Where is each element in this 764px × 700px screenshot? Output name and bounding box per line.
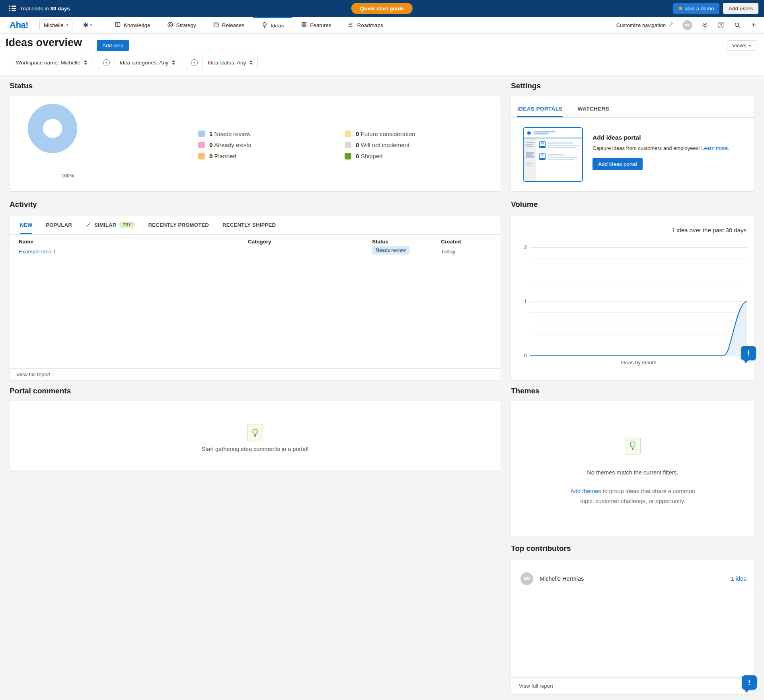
gear-icon[interactable]	[701, 21, 709, 29]
top-contributors-section-title: Top contributors	[511, 544, 571, 553]
remove-status-filter-button[interactable]: ✕	[186, 56, 203, 69]
trial-top-bar: Trial ends in 30 days Quick start guide …	[0, 0, 764, 17]
tab-ideas-portals[interactable]: IDEAS PORTALS	[517, 106, 563, 117]
volume-section-title: Volume	[511, 200, 538, 209]
sort-arrows-icon	[249, 60, 253, 65]
tab-popular[interactable]: POPULAR	[46, 216, 72, 234]
page-title: Ideas overview	[6, 37, 82, 49]
trial-stack-icon	[9, 6, 16, 11]
aha-logo[interactable]: Aha!	[10, 20, 28, 30]
volume-summary: 1 idea over the past 30 days	[672, 227, 746, 233]
target-icon	[167, 21, 173, 29]
tab-new[interactable]: NEW	[20, 216, 32, 234]
y-tick-0: 0	[518, 353, 527, 358]
vote-count-badge: 6	[539, 153, 546, 160]
themes-section-title: Themes	[511, 387, 540, 395]
nav-item-knowledge[interactable]: Knowledge	[106, 17, 159, 33]
view-full-report-link[interactable]: View full report	[16, 371, 51, 377]
legend-needs-review: 1 Needs review	[198, 130, 250, 138]
add-users-button[interactable]: Add users	[723, 3, 758, 14]
add-ideas-portal-button[interactable]: Add ideas portal	[592, 158, 643, 170]
tab-watchers[interactable]: WATCHERS	[578, 106, 609, 117]
settings-card: IDEAS PORTALS WATCHERS ✱ 10 6	[511, 96, 754, 191]
contributor-idea-count-link[interactable]: 1 idea	[731, 576, 746, 582]
table-row-idea-name[interactable]: Example Idea 1	[19, 249, 56, 255]
demo-status-dot	[679, 7, 682, 10]
magic-wand-icon	[668, 21, 674, 29]
contributor-row: MH Michelle Hermias 1 idea	[511, 571, 754, 586]
ideas-portal-illustration: ✱ 10 6	[523, 127, 583, 182]
views-button[interactable]: Views▾	[727, 40, 756, 51]
nav-item-releases[interactable]: Releases	[205, 17, 253, 33]
status-badge: Needs review	[372, 246, 409, 255]
idea-status-filter[interactable]: Idea status: Any	[203, 56, 258, 69]
user-avatar[interactable]: MH	[682, 20, 692, 30]
themes-add-hint: Add themes to group ideas that share a c…	[511, 486, 754, 506]
lightbulb-icon	[625, 437, 641, 455]
customize-navigation-button[interactable]: Customize navigation	[616, 21, 674, 29]
calendar-icon	[213, 21, 219, 29]
nav-item-roadmaps[interactable]: Roadmaps	[339, 17, 391, 33]
filter-bar: Workspace name: Michelle ✕ Idea categori…	[11, 56, 258, 69]
magic-wand-icon	[86, 222, 92, 229]
legend-swatch	[198, 130, 205, 137]
add-themes-link[interactable]: Add themes	[570, 488, 601, 494]
table-row-created: Today	[441, 249, 455, 255]
chevron-down-icon: ▾	[66, 23, 68, 27]
workspace-name-filter[interactable]: Workspace name: Michelle	[11, 56, 92, 69]
top-contributors-card: MH Michelle Hermias 1 idea View full rep…	[511, 560, 754, 694]
volume-line-chart[interactable]	[530, 247, 747, 356]
activity-section-title: Activity	[10, 200, 37, 209]
settings-section-title: Settings	[511, 82, 541, 90]
nav-item-features[interactable]: Features	[292, 17, 339, 33]
quick-start-guide-button[interactable]: Quick start guide	[351, 3, 413, 14]
learn-more-link[interactable]: Learn more.	[701, 145, 729, 151]
contributor-name: Michelle Hermias	[540, 576, 584, 582]
legend-swatch	[198, 153, 205, 159]
y-tick-2: 2	[518, 245, 527, 250]
join-demo-button[interactable]: Join a demo	[673, 3, 720, 14]
close-icon: ✕	[103, 59, 110, 66]
add-idea-button[interactable]: Add idea	[97, 40, 129, 51]
search-icon[interactable]	[733, 21, 741, 29]
x-axis-label: Ideas by month	[530, 360, 747, 366]
column-header-status: Status	[372, 239, 388, 245]
donut-percent-label: 100%	[56, 173, 80, 179]
add-ideas-portal-heading: Add ideas portal	[592, 134, 641, 141]
idea-categories-filter[interactable]: Idea categories: Any	[115, 56, 180, 69]
lightbulb-icon	[261, 22, 268, 29]
add-icon[interactable]: +	[750, 21, 758, 29]
bars-icon	[348, 21, 354, 29]
status-donut-chart[interactable]	[28, 104, 77, 153]
vote-count-badge: 10	[539, 141, 546, 148]
alert-badge[interactable]: !	[741, 346, 756, 360]
book-icon	[115, 21, 121, 29]
alert-badge[interactable]: !	[742, 675, 757, 690]
grid-icon	[301, 21, 307, 29]
themes-card: No themes match the current filters. Add…	[511, 401, 754, 537]
view-full-report-link[interactable]: View full report	[519, 683, 553, 689]
legend-already-exists: 0 Already exists	[198, 141, 251, 149]
tab-recently-promoted[interactable]: RECENTLY PROMOTED	[148, 216, 209, 234]
workspace-selector[interactable]: Michelle▾	[39, 19, 72, 31]
add-ideas-portal-description: Capture ideas from customers and employe…	[592, 145, 729, 151]
tab-similar[interactable]: SIMILAR TRY	[86, 216, 135, 234]
nav-item-strategy[interactable]: Strategy	[159, 17, 205, 33]
asterisk-icon: ✱	[527, 130, 531, 136]
ai-sparkle-menu[interactable]: ✱▾	[83, 21, 92, 29]
legend-planned: 0 Planned	[198, 152, 236, 160]
help-icon[interactable]: ?	[717, 21, 725, 29]
try-badge: TRY	[119, 222, 134, 228]
remove-categories-filter-button[interactable]: ✕	[98, 56, 115, 69]
status-section-title: Status	[10, 82, 33, 90]
legend-swatch	[345, 130, 351, 137]
chevron-down-icon: ▾	[749, 44, 751, 48]
column-header-created: Created	[441, 239, 461, 245]
volume-card: 1 idea over the past 30 days 2 1 0 Ideas…	[511, 216, 754, 380]
activity-card: NEW POPULAR SIMILAR TRY RECENTLY PROMOTE…	[10, 216, 501, 380]
themes-empty-text: No themes match the current filters.	[511, 469, 754, 476]
tab-recently-shipped[interactable]: RECENTLY SHIPPED	[222, 216, 276, 234]
nav-item-ideas[interactable]: Ideas	[253, 17, 292, 33]
sort-arrows-icon	[84, 60, 87, 65]
column-header-name: Name	[19, 239, 33, 245]
